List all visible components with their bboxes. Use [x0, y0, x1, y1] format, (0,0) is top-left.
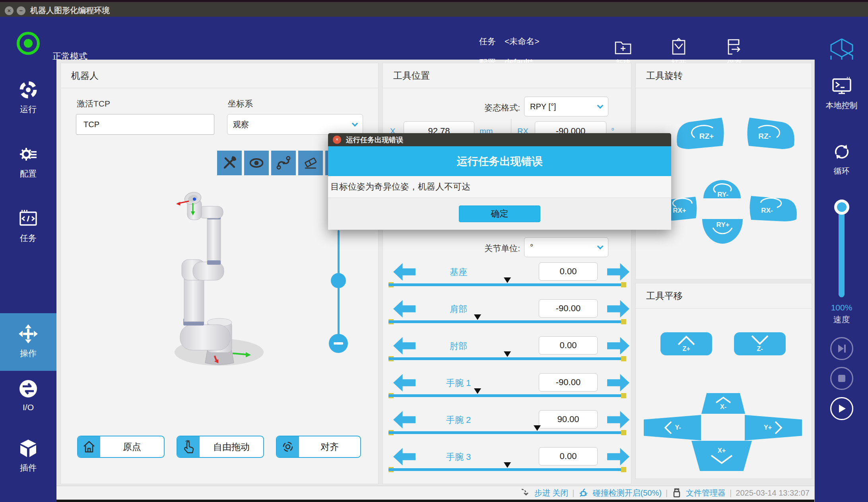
pose-format-value: RPY [°]	[530, 102, 556, 111]
joint-slider[interactable]	[388, 351, 626, 362]
sidebar-item-task[interactable]: 任务	[0, 203, 56, 244]
zoom-slider-knob[interactable]	[331, 273, 346, 288]
collision-status[interactable]: 碰撞检测开启(50%)	[593, 488, 662, 498]
joint-slider-marker[interactable]	[474, 314, 481, 320]
play-button[interactable]	[830, 397, 853, 420]
joint-slider[interactable]	[388, 462, 626, 473]
speed-value: 100%	[815, 303, 868, 312]
sidebar-item-plugin[interactable]: 插件	[0, 432, 56, 473]
joint-slider[interactable]	[388, 314, 626, 325]
loop-icon	[831, 141, 852, 163]
sidebar-item-config[interactable]: 配置	[0, 138, 56, 179]
joint-name: 肩部	[423, 303, 494, 315]
file-manager-link[interactable]: 文件管理器	[686, 488, 726, 498]
speed-label: 速度	[815, 314, 868, 325]
collision-robot-icon	[579, 488, 589, 498]
sidebar-item-run[interactable]: 运行	[0, 74, 56, 115]
joint-slider-marker[interactable]	[504, 462, 511, 468]
usb-drive-icon	[672, 488, 682, 498]
dialog-heading: 运行任务出现错误	[328, 146, 671, 176]
chevron-left-icon	[664, 421, 672, 435]
x-plus-button[interactable]: X+	[691, 441, 752, 471]
z-minus-label: Z-	[757, 345, 763, 353]
zoom-out-button[interactable]	[329, 334, 348, 353]
step-mode-icon	[520, 488, 530, 498]
frame-dropdown[interactable]: 观察	[227, 114, 363, 135]
joint-slider-marker[interactable]	[534, 425, 541, 431]
y-plus-button[interactable]: Y+	[745, 415, 802, 440]
terminal-icon	[831, 76, 852, 97]
joint-slider[interactable]	[388, 277, 626, 288]
rx-minus-label: RX-	[761, 207, 773, 214]
local-control-button[interactable]: 本地控制	[815, 76, 868, 111]
joint-name: 肘部	[423, 340, 494, 352]
dialog-message: 目标位姿为奇异位姿，机器人不可达	[328, 176, 671, 198]
close-icon[interactable]: ×	[5, 6, 14, 15]
align-target-icon	[277, 436, 299, 457]
dialog-titlebar[interactable]: × 运行任务出现错误	[328, 133, 671, 146]
io-icon	[18, 378, 39, 399]
open-icon	[669, 37, 688, 56]
home-label: 原点	[100, 436, 164, 457]
separator: |	[730, 488, 732, 498]
dialog-close-icon[interactable]: ×	[333, 136, 341, 144]
status-bar: 步进 关闭 | 碰撞检测开启(50%) | 文件管理器 | 2025-03-14…	[56, 486, 814, 502]
sidebar-item-label: 插件	[20, 462, 37, 473]
view-erase-button[interactable]	[298, 151, 323, 175]
home-icon	[78, 436, 100, 457]
joint-row: 基座 0.00	[383, 261, 632, 298]
sidebar-item-operate[interactable]: 操作	[0, 313, 56, 371]
robot-3d-view[interactable]	[164, 183, 284, 374]
zoom-slider-track[interactable]	[338, 230, 340, 346]
clock: 2025-03-14 13:32:07	[736, 488, 810, 498]
joint-slider-marker[interactable]	[504, 277, 511, 283]
skip-next-icon	[836, 343, 848, 355]
stop-icon	[836, 372, 848, 384]
save-icon	[725, 37, 744, 56]
stop-button[interactable]	[830, 367, 853, 390]
mode-label: 正常模式	[52, 50, 87, 62]
step-status[interactable]: 步进 关闭	[534, 488, 569, 498]
y-minus-button[interactable]: Y-	[644, 415, 701, 440]
dialog-ok-button[interactable]: 确定	[459, 205, 540, 222]
align-button[interactable]: 对齐	[276, 436, 361, 458]
view-visibility-button[interactable]	[244, 151, 269, 175]
view-tools-button[interactable]	[217, 151, 242, 175]
minimize-icon[interactable]: −	[17, 6, 25, 15]
x-minus-button[interactable]: X-	[701, 393, 745, 414]
joint-slider-marker[interactable]	[504, 351, 511, 357]
sidebar-item-label: 操作	[20, 348, 37, 359]
speed-slider-track[interactable]	[839, 201, 845, 297]
joint-row: 手腕 3 0.00	[383, 446, 632, 483]
free-drag-button[interactable]: 自由拖动	[177, 436, 264, 458]
joint-unit-dropdown[interactable]: °	[524, 237, 608, 257]
home-button[interactable]: 原点	[77, 436, 165, 458]
pose-format-dropdown[interactable]: RPY [°]	[524, 97, 608, 116]
code-window-icon	[18, 208, 39, 229]
robot-panel: 机器人 激活TCP 坐标系 TCP 观察	[60, 63, 379, 484]
joint-name: 手腕 3	[423, 451, 494, 463]
new-folder-icon	[614, 37, 633, 56]
joint-name: 手腕 1	[423, 377, 494, 389]
chevron-right-icon	[774, 421, 783, 435]
gear-icon	[18, 144, 39, 165]
align-label: 对齐	[299, 436, 360, 457]
z-plus-button[interactable]: Z+	[660, 332, 712, 355]
tool-translate-title: 工具平移	[646, 290, 683, 302]
rx-minus-button[interactable]	[750, 196, 797, 221]
trace-path-icon	[275, 154, 292, 172]
view-trace-button[interactable]	[271, 151, 296, 175]
loop-button[interactable]: 循环	[815, 141, 868, 176]
eye-icon	[248, 154, 265, 172]
step-forward-button[interactable]	[830, 337, 853, 360]
joint-slider[interactable]	[388, 388, 626, 399]
sidebar-item-io[interactable]: I/O	[0, 373, 56, 412]
z-minus-button[interactable]: Z-	[734, 332, 786, 355]
joint-slider[interactable]	[388, 425, 626, 436]
move-arrows-icon	[18, 324, 39, 344]
speed-slider-knob[interactable]	[834, 200, 849, 215]
task-row: 任务 <未命名>	[479, 36, 540, 47]
joint-slider-marker[interactable]	[474, 388, 481, 394]
free-drag-label: 自由拖动	[200, 436, 263, 457]
tcp-input[interactable]: TCP	[76, 114, 214, 135]
